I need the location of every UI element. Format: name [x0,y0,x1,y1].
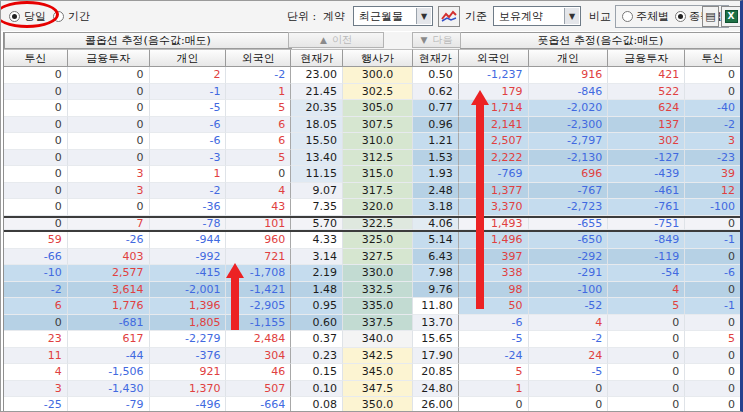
group-header-row: 콜옵션 추정(음수값:매도) ▲ 이전 ▼ 다음 풋옵션 추정(음수값:매도) [4,32,741,49]
radio-period[interactable]: 기간 [53,1,90,31]
cell-put-foreign: 397 [459,249,529,266]
radio-daily[interactable]: 당일 [9,1,46,31]
radio-by-subject-icon[interactable] [622,11,633,22]
table-row[interactable]: 3-1,4301,3705070.10347.524.801000 [4,381,741,398]
cell-put-foreign: 3,370 [459,199,529,216]
table-row[interactable]: 00-6618.05307.50.962,141-2,300137-2 [4,117,741,134]
chart-button[interactable] [438,1,460,31]
cell-call-tusin: 0 [4,150,68,167]
cell-call-fininvest: -681 [68,315,150,332]
options-table: 콜옵션 추정(음수값:매도) ▲ 이전 ▼ 다음 풋옵션 추정(음수값:매도) … [3,32,742,411]
cell-strike: 330.0 [343,265,413,282]
cell-put-foreign: 2,507 [459,133,529,150]
column-header-put-fininvest: 금융투자 [608,49,685,67]
cell-call-tusin: 6 [4,298,68,315]
table-row[interactable]: -102,577-415-1,7082.19330.07.98338-291-5… [4,265,741,282]
table-row[interactable]: 23617-2,2792,4840.37340.015.65-5-205 [4,331,741,348]
cell-strike: 310.0 [343,133,413,150]
cell-strike: 342.5 [343,348,413,365]
column-header-put-individual: 개인 [529,49,609,67]
cell-put-price: 1.93 [413,166,459,183]
cell-put-foreign: 1,496 [459,232,529,249]
cell-put-individual: 0 [529,397,609,412]
cell-put-foreign: 98 [459,282,529,299]
table-row[interactable]: 00-5520.35305.00.771,714-2,020624-40 [4,100,741,117]
cell-call-price: 15.50 [291,133,343,150]
basis-value: 보유계약 [499,9,543,24]
table-row[interactable]: 002-223.00300.00.50-1,2379164210 [4,67,741,84]
radio-period-icon[interactable] [53,11,64,22]
table-row[interactable]: 4-1,506921460.15345.020.855-500 [4,364,741,381]
prev-strikes-button[interactable]: ▲ 이전 [288,32,384,48]
cell-put-tusin: 0 [685,67,741,84]
table-row[interactable]: 00-6615.50310.01.212,507-2,7973023 [4,133,741,150]
cell-put-price: 0.62 [413,84,459,101]
cell-call-fininvest: -1,430 [68,381,150,398]
chevron-down-icon[interactable]: ▼ [564,8,579,24]
column-header-put-price: 현재가 [413,49,459,67]
cell-call-tusin: 23 [4,331,68,348]
cell-call-tusin: -25 [4,397,68,412]
cell-put-individual: -846 [529,84,609,101]
table-row[interactable]: 11-44-3763040.23342.517.90-242400 [4,348,741,365]
cell-put-price: 3.18 [413,199,459,216]
cell-call-foreign: 2,484 [226,331,291,348]
cell-call-fininvest: 0 [68,67,150,84]
cell-strike: 312.5 [343,150,413,167]
table-row[interactable]: 0-6811,805-1,1550.60337.513.70-6400 [4,315,741,332]
cell-put-individual: 696 [529,166,609,183]
chevron-down-icon[interactable]: ▼ [416,8,431,24]
cell-call-tusin: 0 [4,67,68,84]
table-row[interactable]: 59-26-9449604.33325.05.141,496-650-849-1 [4,232,741,249]
next-strikes-button[interactable]: ▼ 다음 [412,32,461,48]
excel-export-button[interactable]: X [721,1,741,31]
table-row[interactable]: 031011.15315.01.93-769696-43939 [4,166,741,183]
basis-select[interactable]: 보유계약 ▼ [493,1,581,31]
recent-month-select[interactable]: 최근월물 ▼ [353,1,433,31]
cell-put-fininvest: 522 [608,84,685,101]
table-row[interactable]: 03-249.07317.52.481,377-767-46112 [4,183,741,200]
cell-put-foreign: 1 [459,381,529,398]
table-row[interactable]: -23,614-2,001-1,4211.48332.59.7698-10040 [4,282,741,299]
column-header-call-price: 현재가 [291,49,343,67]
cell-put-fininvest: -439 [608,166,685,183]
cell-call-tusin: 4 [4,364,68,381]
cell-strike: 340.0 [343,331,413,348]
table-row[interactable]: 00-3513.40312.51.532,222-2,130-127-23 [4,150,741,167]
cell-put-tusin: 0 [685,315,741,332]
cell-put-price: 4.06 [413,218,459,231]
cell-call-individual: 2 [150,67,227,84]
report-button[interactable]: ▤ [702,1,719,31]
table-row[interactable]: 00-36437.35320.03.183,370-2,723-761-100 [4,199,741,216]
nav-button-zone: ▲ 이전 ▼ 다음 [292,32,460,49]
cell-put-individual: -52 [529,298,609,315]
cell-put-foreign: -1,237 [459,67,529,84]
radio-by-item-icon[interactable] [675,11,686,22]
cell-strike: 325.0 [343,232,413,249]
table-row[interactable]: -66403-9927213.14327.56.43397-292-1190 [4,249,741,266]
table-row[interactable]: 07-781015.70322.54.061,493-655-7510 [4,216,741,233]
cell-call-tusin: -2 [4,282,68,299]
radio-daily-icon[interactable] [9,11,20,22]
line-chart-icon[interactable] [438,6,460,27]
cell-put-foreign: 179 [459,84,529,101]
table-row[interactable]: 61,7761,396-2,9050.95335.011.8050-525-1 [4,298,741,315]
cell-call-price: 4.33 [291,232,343,249]
cell-strike: 350.0 [343,397,413,412]
cell-put-tusin: 0 [685,84,741,101]
table-row[interactable]: 00-1121.45302.50.62179-8465220 [4,84,741,101]
cell-call-foreign: 43 [226,199,291,216]
cell-call-fininvest: 617 [68,331,150,348]
cell-put-foreign: 1,377 [459,183,529,200]
cell-call-foreign: 507 [226,381,291,398]
cell-call-fininvest: 0 [68,133,150,150]
table-row[interactable]: -25-79-496-6640.08350.026.000000 [4,397,741,412]
cell-put-fininvest: 302 [608,133,685,150]
cell-put-foreign: 2,222 [459,150,529,167]
cell-call-tusin: 0 [4,100,68,117]
radio-by-subject[interactable]: 주체별 [622,9,669,24]
cell-put-fininvest: 624 [608,100,685,117]
cell-call-tusin: 0 [4,183,68,200]
column-header-put-tusin: 투신 [685,49,741,67]
cell-put-foreign: -5 [459,331,529,348]
